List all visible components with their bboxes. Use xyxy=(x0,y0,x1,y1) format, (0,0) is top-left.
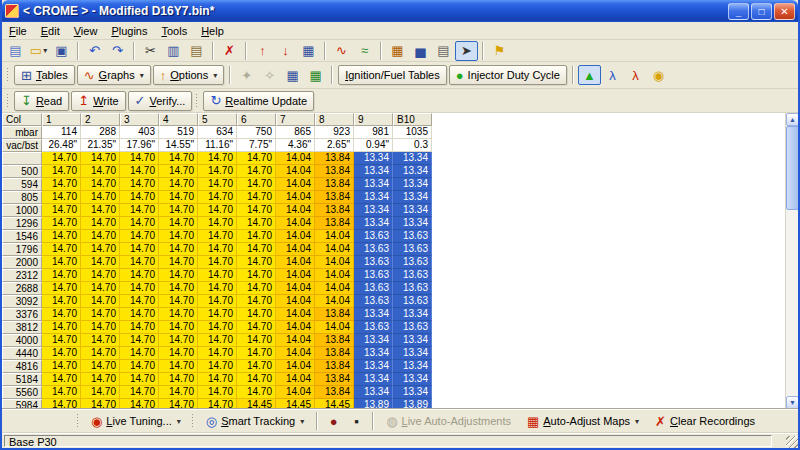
table-cell[interactable]: 923 xyxy=(315,126,354,139)
table-cell[interactable]: 14.04 xyxy=(276,334,315,347)
table-cell[interactable]: 13.63 xyxy=(354,282,393,295)
table-cell[interactable]: 13.63 xyxy=(393,243,432,256)
table-cell[interactable]: 13.34 xyxy=(354,217,393,230)
table-cell[interactable]: 1035 xyxy=(393,126,432,139)
copy-map-icon[interactable]: ▦ xyxy=(281,65,304,85)
table-cell[interactable]: 14.70 xyxy=(198,152,237,165)
marker-icon[interactable]: ⚑ xyxy=(488,41,511,61)
table-cell[interactable]: 0.3 xyxy=(393,139,432,152)
column-header[interactable]: 9 xyxy=(354,113,393,126)
table-cell[interactable]: 13.84 xyxy=(315,360,354,373)
table-cell[interactable]: 14.70 xyxy=(159,321,198,334)
undo-icon[interactable]: ↶ xyxy=(83,41,106,61)
write-button[interactable]: ↥Write xyxy=(71,91,125,111)
table-icon[interactable]: ▦ xyxy=(297,41,320,61)
table-cell[interactable]: 14.70 xyxy=(42,230,81,243)
smart-tracking-button[interactable]: ◎Smart Tracking▾ xyxy=(199,411,311,431)
table-cell[interactable]: 14.04 xyxy=(276,217,315,230)
table-cell[interactable]: 13.34 xyxy=(393,165,432,178)
table-cell[interactable]: 14.70 xyxy=(198,373,237,386)
table-cell[interactable]: 14.70 xyxy=(159,295,198,308)
table-cell[interactable]: 14.70 xyxy=(81,178,120,191)
table-cell[interactable]: 13.84 xyxy=(315,191,354,204)
row-header[interactable]: mbar xyxy=(2,126,42,139)
table-cell[interactable]: 14.70 xyxy=(237,204,276,217)
clear-recordings-button[interactable]: ✗Clear Recordings xyxy=(648,411,762,431)
table-cell[interactable]: 14.70 xyxy=(159,256,198,269)
table-cell[interactable]: 14.04 xyxy=(315,230,354,243)
table-cell[interactable]: 288 xyxy=(81,126,120,139)
table-cell[interactable]: 14.04 xyxy=(315,269,354,282)
table-cell[interactable]: 14.04 xyxy=(276,152,315,165)
table-cell[interactable]: 13.63 xyxy=(393,295,432,308)
table-cell[interactable]: 14.70 xyxy=(42,373,81,386)
table-cell[interactable]: 14.70 xyxy=(237,308,276,321)
table-cell[interactable]: 14.70 xyxy=(42,256,81,269)
table-cell[interactable]: 14.04 xyxy=(315,282,354,295)
table-cell[interactable]: 13.34 xyxy=(393,178,432,191)
row-header[interactable]: 3812 xyxy=(2,321,42,334)
row-header[interactable]: 2000 xyxy=(2,256,42,269)
table-cell[interactable]: 13.84 xyxy=(315,334,354,347)
table-cell[interactable]: 14.70 xyxy=(159,243,198,256)
table-cell[interactable]: 14.70 xyxy=(237,243,276,256)
table-cell[interactable]: 14.70 xyxy=(81,230,120,243)
table-cell[interactable]: 13.34 xyxy=(393,152,432,165)
row-header[interactable]: 3092 xyxy=(2,295,42,308)
menu-item-plugins[interactable]: Plugins xyxy=(104,24,154,38)
edit-table-icon[interactable]: ▦ xyxy=(386,41,409,61)
column-header[interactable]: 3 xyxy=(120,113,159,126)
table-cell[interactable]: 13.34 xyxy=(354,191,393,204)
gauge-icon[interactable]: ◉ xyxy=(647,65,670,85)
table-cell[interactable]: 14.70 xyxy=(42,399,81,409)
redo-icon[interactable]: ↷ xyxy=(106,41,129,61)
table-cell[interactable]: 14.04 xyxy=(276,230,315,243)
table-cell[interactable]: 14.70 xyxy=(120,256,159,269)
table-cell[interactable]: 14.70 xyxy=(42,269,81,282)
table-cell[interactable]: 14.70 xyxy=(120,308,159,321)
table-cell[interactable]: 13.84 xyxy=(315,347,354,360)
table-cell[interactable]: 14.70 xyxy=(198,308,237,321)
table-cell[interactable]: 14.70 xyxy=(120,295,159,308)
table-cell[interactable]: 14.70 xyxy=(237,230,276,243)
table-cell[interactable]: 750 xyxy=(237,126,276,139)
column-header[interactable]: 7 xyxy=(276,113,315,126)
table-cell[interactable]: 13.84 xyxy=(315,178,354,191)
table-cell[interactable]: 14.70 xyxy=(159,386,198,399)
row-header[interactable]: 4440 xyxy=(2,347,42,360)
table-cell[interactable]: 14.04 xyxy=(276,282,315,295)
table-cell[interactable]: 13.34 xyxy=(354,360,393,373)
table-cell[interactable]: 2.65" xyxy=(315,139,354,152)
table-cell[interactable]: 14.45 xyxy=(315,399,354,409)
table-cell[interactable]: 13.34 xyxy=(393,308,432,321)
table-cell[interactable]: 13.34 xyxy=(354,334,393,347)
table-cell[interactable]: 14.70 xyxy=(81,204,120,217)
table-cell[interactable]: 13.63 xyxy=(393,269,432,282)
table-cell[interactable]: 26.48" xyxy=(42,139,81,152)
table-cell[interactable]: 14.70 xyxy=(81,256,120,269)
table-cell[interactable]: 14.04 xyxy=(276,347,315,360)
table-cell[interactable]: 14.70 xyxy=(120,191,159,204)
table-cell[interactable]: 13.84 xyxy=(315,373,354,386)
table-cell[interactable]: 14.70 xyxy=(159,204,198,217)
vertical-scrollbar[interactable]: ▲ ▼ xyxy=(785,113,798,409)
table-cell[interactable]: 14.70 xyxy=(120,269,159,282)
table-cell[interactable]: 17.96" xyxy=(120,139,159,152)
table-cell[interactable]: 0.94" xyxy=(354,139,393,152)
row-header[interactable]: 5184 xyxy=(2,373,42,386)
table-cell[interactable]: 14.70 xyxy=(120,282,159,295)
table-cell[interactable]: 14.55" xyxy=(159,139,198,152)
table-cell[interactable]: 14.70 xyxy=(159,178,198,191)
table-cell[interactable]: 13.84 xyxy=(315,386,354,399)
table-cell[interactable]: 14.70 xyxy=(159,165,198,178)
table-cell[interactable]: 14.04 xyxy=(276,360,315,373)
table-cell[interactable]: 14.70 xyxy=(42,152,81,165)
table-cell[interactable]: 14.70 xyxy=(159,373,198,386)
table-cell[interactable]: 14.70 xyxy=(42,165,81,178)
table-cell[interactable]: 14.70 xyxy=(159,360,198,373)
table-cell[interactable]: 14.04 xyxy=(276,321,315,334)
menu-item-help[interactable]: Help xyxy=(194,24,231,38)
cut-icon[interactable]: ✂ xyxy=(139,41,162,61)
table-cell[interactable]: 13.84 xyxy=(315,308,354,321)
table-cell[interactable]: 14.70 xyxy=(159,308,198,321)
